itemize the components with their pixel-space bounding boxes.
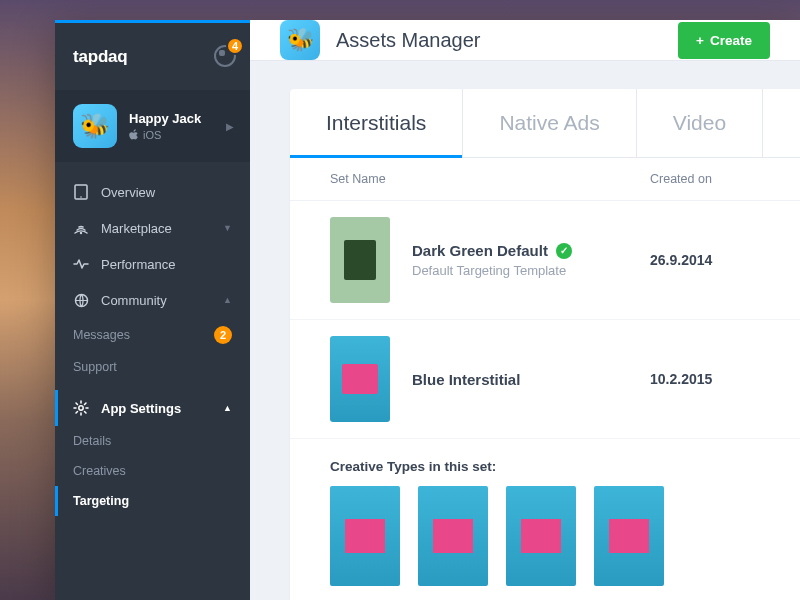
signal-icon	[73, 220, 89, 236]
tab-video[interactable]: Video	[637, 89, 763, 157]
content: Interstitials Native Ads Video Set Name …	[250, 61, 800, 600]
tab-native-ads[interactable]: Native Ads	[463, 89, 636, 157]
nav: Overview Marketplace ▼ Performance Commu…	[55, 162, 250, 528]
row-date: 26.9.2014	[650, 252, 760, 268]
nav-marketplace[interactable]: Marketplace ▼	[55, 210, 250, 246]
table-row[interactable]: Blue Interstitial 10.2.2015	[290, 320, 800, 439]
nav-performance[interactable]: Performance	[55, 246, 250, 282]
table-row[interactable]: Dark Green Default ✓ Default Targeting T…	[290, 201, 800, 320]
tablet-icon	[73, 184, 89, 200]
nav-details[interactable]: Details	[55, 426, 250, 456]
app-platform: iOS	[129, 129, 201, 141]
nav-overview[interactable]: Overview	[55, 174, 250, 210]
nav-community[interactable]: Community ▲	[55, 282, 250, 318]
nav-app-settings[interactable]: App Settings ▲	[55, 390, 250, 426]
panel: Interstitials Native Ads Video Set Name …	[290, 89, 800, 600]
creative-thumb[interactable]	[330, 486, 400, 586]
notification-badge: 4	[226, 37, 244, 55]
creative-thumb[interactable]	[506, 486, 576, 586]
brand-logo: tapdaq	[73, 47, 128, 67]
world-icon	[73, 292, 89, 308]
row-date: 10.2.2015	[650, 371, 760, 387]
plus-icon: +	[696, 33, 704, 48]
nav-messages[interactable]: Messages 2	[55, 318, 250, 352]
row-subtitle: Default Targeting Template	[412, 263, 628, 278]
topbar: 🐝 Assets Manager + Create	[250, 20, 800, 61]
apple-icon	[129, 129, 139, 141]
app-window: tapdaq 4 🐝 Happy Jack iOS ▶ Overview	[55, 20, 800, 600]
tab-interstitials[interactable]: Interstitials	[290, 89, 463, 157]
pulse-icon	[73, 256, 89, 272]
chevron-down-icon: ▼	[223, 223, 232, 233]
page-title: Assets Manager	[336, 29, 481, 52]
creative-thumbnails	[290, 486, 800, 600]
app-selector[interactable]: 🐝 Happy Jack iOS ▶	[55, 90, 250, 162]
app-name: Happy Jack	[129, 111, 201, 127]
creative-types-label: Creative Types in this set:	[290, 439, 800, 486]
row-thumbnail	[330, 217, 390, 303]
svg-point-2	[80, 232, 82, 234]
col-created-on: Created on	[650, 172, 760, 186]
check-icon: ✓	[556, 243, 572, 259]
nav-creatives[interactable]: Creatives	[55, 456, 250, 486]
main: 🐝 Assets Manager + Create Interstitials …	[250, 20, 800, 600]
row-title: Dark Green Default ✓	[412, 242, 628, 259]
svg-point-1	[80, 196, 82, 198]
sidebar-header: tapdaq 4	[55, 20, 250, 90]
table-header: Set Name Created on	[290, 158, 800, 201]
app-icon: 🐝	[73, 104, 117, 148]
nav-targeting[interactable]: Targeting	[55, 486, 250, 516]
chevron-up-icon: ▲	[223, 403, 232, 413]
sidebar: tapdaq 4 🐝 Happy Jack iOS ▶ Overview	[55, 20, 250, 600]
tabs: Interstitials Native Ads Video	[290, 89, 800, 158]
chevron-right-icon: ▶	[226, 121, 234, 132]
create-button[interactable]: + Create	[678, 22, 770, 59]
gear-icon	[73, 400, 89, 416]
chevron-up-icon: ▲	[223, 295, 232, 305]
nav-support[interactable]: Support	[55, 352, 250, 382]
messages-badge: 2	[214, 326, 232, 344]
row-thumbnail	[330, 336, 390, 422]
creative-thumb[interactable]	[418, 486, 488, 586]
col-set-name: Set Name	[330, 172, 650, 186]
svg-point-4	[79, 406, 83, 410]
creative-thumb[interactable]	[594, 486, 664, 586]
notification-button[interactable]: 4	[214, 45, 236, 67]
row-title: Blue Interstitial	[412, 371, 628, 388]
page-icon: 🐝	[280, 20, 320, 60]
